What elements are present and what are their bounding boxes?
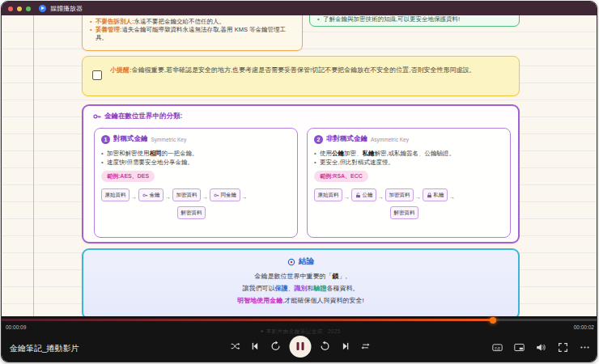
close-button[interactable]	[8, 6, 13, 11]
symmetric-key-card: 1 對稱式金鑰 Symmetric Key 加密和解密使用相同的一把金鑰。 速度…	[94, 128, 298, 238]
arrow-icon	[415, 188, 421, 202]
titlebar: 媒體播放器	[2, 2, 597, 15]
flow-step-source: 原始資料	[314, 188, 342, 201]
flow-step-samekey: 同金鑰	[210, 188, 240, 201]
warning-note-box: 不要告訴別人:永遠不要把金鑰交給不信任的人。 妥善管理:遺失金鑰可能導致資料永遠…	[82, 15, 303, 51]
fullscreen-button[interactable]	[556, 341, 569, 353]
video-canvas[interactable]: 不要告訴別人:永遠不要把金鑰交給不信任的人。 妥善管理:遺失金鑰可能導致資料永遠…	[2, 15, 597, 316]
warning-item: 妥善管理:遺失金鑰可能導致資料永遠無法存取,善用 KMS 等金鑰管理工具。	[90, 26, 295, 42]
classification-heading: 金鑰在數位世界中的分類:	[93, 112, 182, 121]
key-icon	[214, 193, 219, 198]
flow-step-encrypted: 加密資料	[385, 188, 414, 201]
next-button[interactable]	[338, 340, 351, 353]
conclusion-line: 讓我們可以保護、識別和驗證各種資料。	[83, 282, 518, 294]
reminder-text: 小提醒:金鑰很重要,若非確認是安全的地方,也要考慮是否需要妥善保管!切記不要把金…	[110, 64, 512, 76]
example-badge: 範例:AES、DES	[101, 171, 155, 182]
play-pause-button[interactable]	[289, 336, 311, 358]
arrow-icon	[378, 188, 384, 202]
arrow-icon	[131, 188, 137, 202]
arrow-icon	[449, 188, 455, 202]
bullet-line: 更安全,但比對稱式速度慢。	[314, 158, 461, 167]
unlock-icon	[355, 193, 361, 198]
arrow-icon	[242, 188, 248, 202]
card-subtitle: Symmetric Key	[151, 137, 187, 142]
conclusion-line: 明智地使用金鑰,才能確保個人與資料的安全!	[83, 294, 518, 307]
classification-box: 金鑰在數位世界中的分類: 1 對稱式金鑰 Symmetric Key 加密和解密…	[82, 104, 520, 243]
warning-item: 不要告訴別人:永遠不要把金鑰交給不信任的人。	[90, 18, 295, 26]
notebook-margin-line	[33, 15, 34, 316]
tip-text: 了解金鑰與加密技術的知識,可以更安全地保護資料!	[317, 15, 512, 23]
flow-step-publickey: 公鑰	[351, 188, 376, 201]
flow-diagram: 原始資料 金鑰 加密資料 同金鑰	[101, 188, 291, 202]
lock-icon	[427, 193, 432, 198]
flow-step-key: 金鑰	[138, 188, 164, 201]
bullet-line: 速度快!但需要安全地分享金鑰。	[101, 158, 249, 167]
flow-step-decrypted: 解密資料	[177, 206, 206, 219]
flow-step-encrypted: 加密資料	[172, 188, 201, 201]
bullet-line: 使用公鑰加密、私鑰解密,或私鑰簽名、公鑰驗證。	[314, 149, 461, 158]
key-icon	[93, 112, 101, 121]
key-icon	[142, 193, 148, 198]
bullet-line: 加密和解密使用相同的一把金鑰。	[101, 149, 249, 158]
secondary-controls	[491, 341, 591, 353]
card-name: 非對稱式金鑰	[326, 134, 367, 144]
player-controls: 00:00:09 00:00:02 ✦ 本影片由金鑰筆記生成 · 2025 金鑰…	[2, 316, 597, 362]
asymmetric-key-card: 2 非對稱式金鑰 Asymmetric Key 使用公鑰加密、私鑰解密,或私鑰簽…	[307, 128, 511, 238]
conclusion-title: 結論	[83, 256, 518, 267]
pip-button[interactable]	[512, 341, 525, 353]
captions-button[interactable]	[491, 341, 503, 353]
symmetric-card-title: 1 對稱式金鑰 Symmetric Key	[101, 134, 291, 144]
more-button[interactable]	[578, 341, 591, 353]
repeat-button[interactable]	[359, 340, 372, 353]
conclusion-line: 金鑰是數位世界中重要的「鎖」,	[83, 270, 518, 282]
forward-button[interactable]	[318, 340, 331, 353]
tip-note-box: 了解金鑰與加密技術的知識,可以更安全地保護資料!	[309, 15, 520, 27]
play-app-icon	[39, 5, 46, 12]
volume-button[interactable]	[534, 341, 547, 353]
example-badge: 範例:RSA、ECC	[314, 171, 368, 182]
previous-button[interactable]	[249, 340, 261, 353]
classification-heading-text: 金鑰在數位世界中的分類:	[104, 112, 182, 121]
pause-icon	[295, 341, 304, 351]
conclusion-title-text: 結論	[299, 256, 314, 267]
target-icon	[287, 258, 295, 266]
flow-step-privatekey: 私鑰	[423, 188, 448, 201]
asymmetric-card-title: 2 非對稱式金鑰 Asymmetric Key	[314, 134, 503, 144]
conclusion-box: 結論 金鑰是數位世界中重要的「鎖」, 讓我們可以保護、識別和驗證各種資料。 明智…	[82, 248, 520, 316]
card-subtitle: Asymmetric Key	[371, 137, 409, 142]
transport-controls	[228, 335, 372, 358]
number-badge: 1	[101, 135, 110, 144]
media-title: 金鑰筆記_捲動影片	[10, 343, 79, 354]
flow-diagram: 原始資料 公鑰 加密資料 私鑰	[314, 188, 503, 202]
app-title: 媒體播放器	[50, 4, 83, 13]
progress-bar[interactable]	[2, 319, 597, 321]
media-player-window: 媒體播放器 不要告訴別人:永遠不要把金鑰交給不信任的人。 妥善管理:遺失金鑰可能…	[1, 1, 597, 362]
flow-step-source: 原始資料	[101, 188, 130, 201]
reminder-note-box: 小提醒:金鑰很重要,若非確認是安全的地方,也要考慮是否需要妥善保管!切記不要把金…	[82, 56, 520, 96]
rewind-button[interactable]	[269, 340, 282, 353]
reminder-checkbox	[92, 70, 102, 80]
minimize-button[interactable]	[17, 6, 22, 11]
flow-step-decrypted: 解密資料	[390, 206, 418, 219]
arrow-icon	[344, 188, 350, 202]
arrow-icon	[165, 188, 171, 202]
arrow-icon	[202, 188, 208, 202]
zoom-button[interactable]	[26, 6, 31, 11]
number-badge: 2	[314, 135, 323, 144]
progress-fill	[2, 319, 493, 321]
card-name: 對稱式金鑰	[113, 134, 148, 144]
progress-knob[interactable]	[490, 317, 496, 324]
shuffle-button[interactable]	[228, 340, 241, 353]
